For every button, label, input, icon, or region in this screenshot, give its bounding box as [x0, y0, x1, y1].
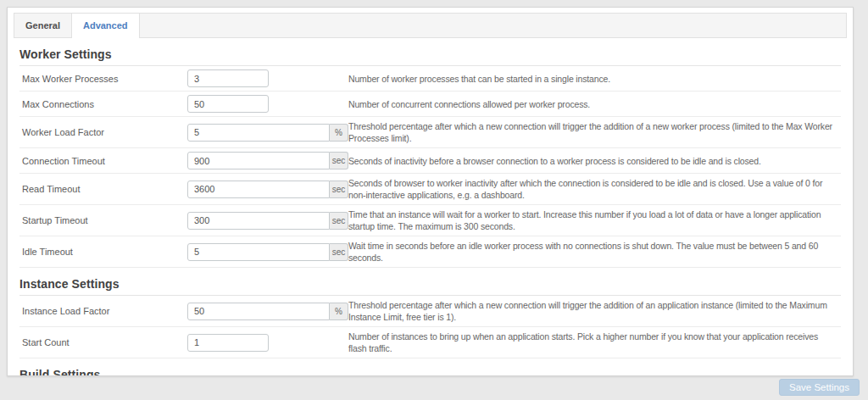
- input-unit-addon: %: [330, 124, 348, 142]
- setting-control: sec: [187, 243, 348, 261]
- section-title: Worker Settings: [19, 47, 841, 66]
- input-group: sec: [187, 181, 348, 198]
- setting-label: Start Count: [19, 337, 187, 347]
- startup-timeout-input[interactable]: [187, 212, 330, 230]
- setting-label: Worker Load Factor: [19, 127, 187, 137]
- setting-label: Instance Load Factor: [19, 306, 187, 316]
- setting-description: Seconds of inactivity before a browser c…: [348, 155, 841, 167]
- section-title: Build Settings: [19, 368, 841, 376]
- setting-description: Seconds of browser to worker inactivity …: [348, 177, 841, 201]
- save-settings-button[interactable]: Save Settings: [779, 379, 860, 396]
- setting-label: Connection Timeout: [19, 156, 187, 166]
- input-unit-addon: sec: [330, 212, 348, 230]
- section-worker-settings: Worker SettingsMax Worker ProcessesNumbe…: [19, 47, 841, 268]
- input-unit-addon: %: [330, 303, 348, 320]
- input-group: %: [187, 124, 348, 142]
- tab-bar: GeneralAdvanced: [14, 13, 847, 38]
- setting-description: Number of instances to bring up when an …: [348, 331, 841, 354]
- tab-general[interactable]: General: [14, 14, 72, 37]
- setting-control: sec: [187, 181, 348, 198]
- idle-timeout-input[interactable]: [187, 243, 330, 261]
- settings-content: Worker SettingsMax Worker ProcessesNumbe…: [14, 47, 847, 376]
- connection-timeout-input[interactable]: [187, 152, 330, 169]
- setting-description: Threshold percentage after which a new c…: [348, 299, 841, 323]
- setting-row-connection-timeout: Connection TimeoutsecSeconds of inactivi…: [19, 148, 841, 174]
- input-group: [187, 334, 348, 352]
- tab-label: General: [25, 20, 60, 31]
- setting-row-worker-load-factor: Worker Load Factor%Threshold percentage …: [19, 117, 841, 148]
- settings-panel: GeneralAdvanced Worker SettingsMax Worke…: [7, 7, 854, 376]
- setting-row-startup-timeout: Startup TimeoutsecTime that an instance …: [19, 205, 841, 236]
- section-title: Instance Settings: [19, 277, 841, 296]
- setting-control: [187, 69, 348, 87]
- section-instance-settings: Instance SettingsInstance Load Factor%Th…: [19, 277, 841, 358]
- input-unit-addon: sec: [330, 181, 348, 198]
- worker-load-factor-input[interactable]: [187, 124, 330, 142]
- setting-row-start-count: Start CountNumber of instances to bring …: [19, 327, 841, 358]
- input-group: %: [187, 303, 348, 320]
- setting-label: Startup Timeout: [19, 215, 187, 225]
- input-group: [187, 69, 348, 87]
- instance-load-factor-input[interactable]: [187, 303, 330, 320]
- setting-description: Number of concurrent connections allowed…: [348, 98, 841, 110]
- setting-control: %: [187, 303, 348, 320]
- input-group: sec: [187, 212, 348, 230]
- start-count-input[interactable]: [187, 334, 269, 352]
- setting-row-instance-load-factor: Instance Load Factor%Threshold percentag…: [19, 296, 841, 327]
- max-connections-input[interactable]: [187, 95, 269, 113]
- setting-control: [187, 334, 348, 352]
- setting-row-idle-timeout: Idle TimeoutsecWait time in seconds befo…: [19, 236, 841, 268]
- read-timeout-input[interactable]: [187, 181, 330, 198]
- input-group: [187, 95, 348, 113]
- setting-control: %: [187, 124, 348, 142]
- setting-row-max-connections: Max ConnectionsNumber of concurrent conn…: [19, 92, 841, 117]
- tab-label: Advanced: [83, 20, 128, 31]
- setting-control: [187, 95, 348, 113]
- setting-description: Threshold percentage after which a new c…: [348, 120, 841, 144]
- setting-control: sec: [187, 152, 348, 169]
- setting-description: Time that an instance will wait for a wo…: [348, 208, 841, 232]
- tab-advanced[interactable]: Advanced: [72, 14, 140, 38]
- setting-description: Wait time in seconds before an idle work…: [348, 240, 841, 264]
- setting-description: Number of worker processes that can be s…: [348, 73, 841, 85]
- input-unit-addon: sec: [330, 243, 348, 261]
- setting-label: Idle Timeout: [19, 247, 187, 257]
- max-worker-processes-input[interactable]: [187, 69, 269, 87]
- setting-label: Max Worker Processes: [19, 74, 187, 84]
- setting-control: sec: [187, 212, 348, 230]
- setting-label: Read Timeout: [19, 184, 187, 194]
- setting-row-max-worker-processes: Max Worker ProcessesNumber of worker pro…: [19, 66, 841, 92]
- section-build-settings: Build SettingsPackage CacheEnable/Disabl…: [19, 368, 841, 376]
- input-group: sec: [187, 152, 348, 169]
- input-group: sec: [187, 243, 348, 261]
- setting-label: Max Connections: [19, 99, 187, 109]
- input-unit-addon: sec: [330, 152, 348, 169]
- setting-row-read-timeout: Read TimeoutsecSeconds of browser to wor…: [19, 174, 841, 205]
